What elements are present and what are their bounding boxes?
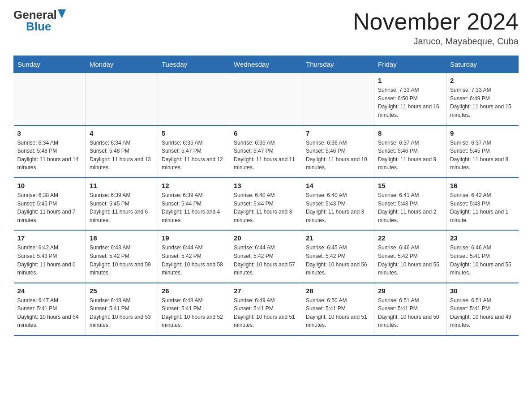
calendar-cell: 2Sunrise: 7:33 AMSunset: 6:49 PMDaylight… bbox=[446, 73, 519, 125]
header-saturday: Saturday bbox=[446, 56, 519, 73]
calendar-cell bbox=[302, 73, 374, 125]
day-number: 18 bbox=[90, 234, 154, 242]
title-block: November 2024 Jaruco, Mayabeque, Cuba bbox=[353, 9, 519, 47]
day-info: Sunrise: 6:39 AMSunset: 5:44 PMDaylight:… bbox=[162, 191, 226, 224]
calendar-header-row: SundayMondayTuesdayWednesdayThursdayFrid… bbox=[14, 56, 519, 73]
day-number: 20 bbox=[234, 234, 298, 242]
day-number: 8 bbox=[378, 129, 442, 137]
day-number: 29 bbox=[378, 287, 442, 295]
day-info: Sunrise: 6:42 AMSunset: 5:43 PMDaylight:… bbox=[17, 244, 82, 277]
week-row-5: 24Sunrise: 6:47 AMSunset: 5:41 PMDayligh… bbox=[14, 283, 519, 335]
day-number: 10 bbox=[17, 182, 82, 189]
day-info: Sunrise: 6:46 AMSunset: 5:41 PMDaylight:… bbox=[450, 244, 515, 277]
day-info: Sunrise: 6:48 AMSunset: 5:41 PMDaylight:… bbox=[162, 296, 226, 330]
day-number: 15 bbox=[378, 182, 442, 189]
day-info: Sunrise: 6:37 AMSunset: 5:45 PMDaylight:… bbox=[450, 139, 515, 172]
calendar-cell: 7Sunrise: 6:36 AMSunset: 5:46 PMDaylight… bbox=[302, 125, 374, 178]
day-info: Sunrise: 6:37 AMSunset: 5:46 PMDaylight:… bbox=[378, 139, 442, 172]
location-label: Jaruco, Mayabeque, Cuba bbox=[353, 36, 519, 47]
day-number: 28 bbox=[306, 287, 370, 295]
calendar-cell: 30Sunrise: 6:51 AMSunset: 5:41 PMDayligh… bbox=[446, 283, 519, 335]
day-info: Sunrise: 6:40 AMSunset: 5:44 PMDaylight:… bbox=[234, 191, 298, 224]
page-header: General Blue November 2024 Jaruco, Mayab… bbox=[13, 9, 519, 47]
day-info: Sunrise: 7:33 AMSunset: 6:49 PMDaylight:… bbox=[450, 86, 515, 119]
day-info: Sunrise: 6:41 AMSunset: 5:43 PMDaylight:… bbox=[378, 191, 442, 224]
day-number: 24 bbox=[17, 287, 82, 295]
day-number: 11 bbox=[90, 182, 154, 189]
header-thursday: Thursday bbox=[302, 56, 374, 73]
day-number: 6 bbox=[234, 129, 298, 137]
day-info: Sunrise: 6:35 AMSunset: 5:47 PMDaylight:… bbox=[162, 139, 226, 172]
calendar-cell: 10Sunrise: 6:38 AMSunset: 5:45 PMDayligh… bbox=[14, 178, 86, 230]
day-number: 5 bbox=[162, 129, 226, 137]
calendar-cell: 20Sunrise: 6:44 AMSunset: 5:42 PMDayligh… bbox=[230, 230, 302, 283]
calendar-cell: 25Sunrise: 6:48 AMSunset: 5:41 PMDayligh… bbox=[86, 283, 158, 335]
calendar-cell: 15Sunrise: 6:41 AMSunset: 5:43 PMDayligh… bbox=[374, 178, 446, 230]
day-info: Sunrise: 6:35 AMSunset: 5:47 PMDaylight:… bbox=[234, 139, 298, 172]
day-info: Sunrise: 6:50 AMSunset: 5:41 PMDaylight:… bbox=[306, 296, 370, 330]
day-number: 27 bbox=[234, 287, 298, 295]
week-row-2: 3Sunrise: 6:34 AMSunset: 5:48 PMDaylight… bbox=[14, 125, 519, 178]
logo: General Blue bbox=[13, 9, 66, 32]
day-number: 26 bbox=[162, 287, 226, 295]
calendar-cell: 26Sunrise: 6:48 AMSunset: 5:41 PMDayligh… bbox=[158, 283, 230, 335]
day-info: Sunrise: 6:47 AMSunset: 5:41 PMDaylight:… bbox=[17, 296, 82, 330]
day-info: Sunrise: 6:44 AMSunset: 5:42 PMDaylight:… bbox=[234, 244, 298, 277]
calendar-cell bbox=[158, 73, 230, 125]
day-number: 2 bbox=[450, 77, 515, 84]
day-info: Sunrise: 6:34 AMSunset: 5:48 PMDaylight:… bbox=[17, 139, 82, 172]
logo-general-text: General bbox=[13, 9, 57, 21]
day-number: 1 bbox=[378, 77, 442, 84]
calendar-cell bbox=[14, 73, 86, 125]
day-info: Sunrise: 6:51 AMSunset: 5:41 PMDaylight:… bbox=[378, 296, 442, 330]
day-number: 21 bbox=[306, 234, 370, 242]
day-info: Sunrise: 6:40 AMSunset: 5:43 PMDaylight:… bbox=[306, 191, 370, 224]
calendar-cell: 1Sunrise: 7:33 AMSunset: 6:50 PMDaylight… bbox=[374, 73, 446, 125]
calendar-cell: 18Sunrise: 6:43 AMSunset: 5:42 PMDayligh… bbox=[86, 230, 158, 283]
day-info: Sunrise: 6:39 AMSunset: 5:45 PMDaylight:… bbox=[90, 191, 154, 224]
day-number: 22 bbox=[378, 234, 442, 242]
calendar-cell: 5Sunrise: 6:35 AMSunset: 5:47 PMDaylight… bbox=[158, 125, 230, 178]
calendar-cell: 16Sunrise: 6:42 AMSunset: 5:43 PMDayligh… bbox=[446, 178, 519, 230]
calendar-cell: 13Sunrise: 6:40 AMSunset: 5:44 PMDayligh… bbox=[230, 178, 302, 230]
day-info: Sunrise: 6:49 AMSunset: 5:41 PMDaylight:… bbox=[234, 296, 298, 330]
day-number: 25 bbox=[90, 287, 154, 295]
calendar-cell: 21Sunrise: 6:45 AMSunset: 5:42 PMDayligh… bbox=[302, 230, 374, 283]
header-tuesday: Tuesday bbox=[158, 56, 230, 73]
day-number: 9 bbox=[450, 129, 515, 137]
week-row-1: 1Sunrise: 7:33 AMSunset: 6:50 PMDaylight… bbox=[14, 73, 519, 125]
day-info: Sunrise: 6:46 AMSunset: 5:42 PMDaylight:… bbox=[378, 244, 442, 277]
day-info: Sunrise: 6:44 AMSunset: 5:42 PMDaylight:… bbox=[162, 244, 226, 277]
week-row-4: 17Sunrise: 6:42 AMSunset: 5:43 PMDayligh… bbox=[14, 230, 519, 283]
calendar-cell: 11Sunrise: 6:39 AMSunset: 5:45 PMDayligh… bbox=[86, 178, 158, 230]
header-friday: Friday bbox=[374, 56, 446, 73]
month-title: November 2024 bbox=[353, 9, 519, 34]
calendar-cell: 9Sunrise: 6:37 AMSunset: 5:45 PMDaylight… bbox=[446, 125, 519, 178]
calendar-cell: 3Sunrise: 6:34 AMSunset: 5:48 PMDaylight… bbox=[14, 125, 86, 178]
calendar-cell: 12Sunrise: 6:39 AMSunset: 5:44 PMDayligh… bbox=[158, 178, 230, 230]
header-monday: Monday bbox=[86, 56, 158, 73]
day-number: 16 bbox=[450, 182, 515, 189]
day-number: 19 bbox=[162, 234, 226, 242]
day-number: 17 bbox=[17, 234, 82, 242]
day-number: 23 bbox=[450, 234, 515, 242]
day-info: Sunrise: 6:34 AMSunset: 5:48 PMDaylight:… bbox=[90, 139, 154, 172]
calendar-cell: 14Sunrise: 6:40 AMSunset: 5:43 PMDayligh… bbox=[302, 178, 374, 230]
day-number: 4 bbox=[90, 129, 154, 137]
day-info: Sunrise: 6:48 AMSunset: 5:41 PMDaylight:… bbox=[90, 296, 154, 330]
logo-arrow-icon bbox=[58, 9, 66, 18]
calendar-cell: 8Sunrise: 6:37 AMSunset: 5:46 PMDaylight… bbox=[374, 125, 446, 178]
calendar-cell: 4Sunrise: 6:34 AMSunset: 5:48 PMDaylight… bbox=[86, 125, 158, 178]
day-number: 13 bbox=[234, 182, 298, 189]
week-row-3: 10Sunrise: 6:38 AMSunset: 5:45 PMDayligh… bbox=[14, 178, 519, 230]
calendar-cell: 29Sunrise: 6:51 AMSunset: 5:41 PMDayligh… bbox=[374, 283, 446, 335]
calendar-table: SundayMondayTuesdayWednesdayThursdayFrid… bbox=[13, 56, 519, 336]
header-sunday: Sunday bbox=[14, 56, 86, 73]
day-number: 30 bbox=[450, 287, 515, 295]
svg-marker-0 bbox=[58, 9, 66, 18]
header-wednesday: Wednesday bbox=[230, 56, 302, 73]
calendar-cell: 22Sunrise: 6:46 AMSunset: 5:42 PMDayligh… bbox=[374, 230, 446, 283]
calendar-cell: 23Sunrise: 6:46 AMSunset: 5:41 PMDayligh… bbox=[446, 230, 519, 283]
day-number: 7 bbox=[306, 129, 370, 137]
day-info: Sunrise: 6:38 AMSunset: 5:45 PMDaylight:… bbox=[17, 191, 82, 224]
